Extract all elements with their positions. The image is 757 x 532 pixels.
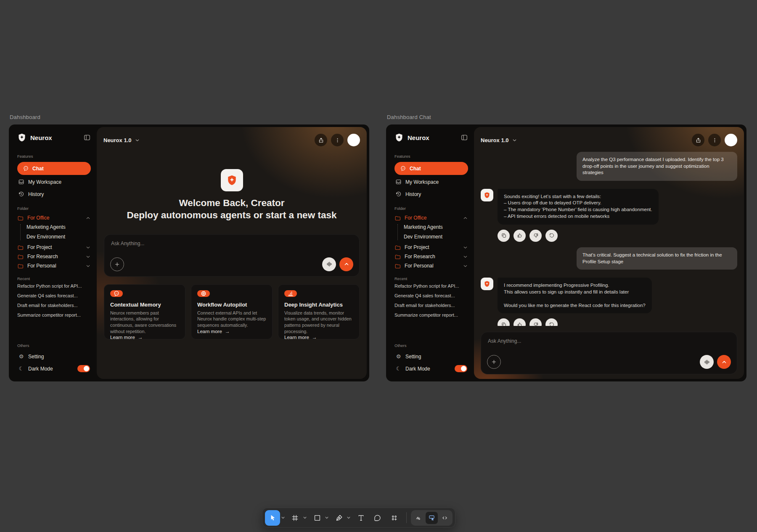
attach-button[interactable] <box>110 257 124 271</box>
recent-item[interactable]: Summarize competitor report... <box>394 312 468 318</box>
voice-input-button[interactable] <box>700 355 714 369</box>
thumbs-up-button[interactable] <box>513 318 526 326</box>
frame-dashboard-chat[interactable]: Neurox Features Chat My Workspace Histor… <box>386 124 746 381</box>
sidebar-folder-for-project[interactable]: For Project <box>394 243 468 252</box>
sidebar-folder-for-research[interactable]: For Research <box>394 252 468 261</box>
recent-item[interactable]: Draft email for stakeholders... <box>394 303 468 308</box>
sidebar-folder-for-personal[interactable]: For Personal <box>394 261 468 270</box>
share-button[interactable] <box>692 134 704 146</box>
sidebar-subitem-dev-environment[interactable]: Dev Environment <box>404 234 447 241</box>
sidebar-item-chat[interactable]: Chat <box>394 162 468 175</box>
sidebar-folder-for-office[interactable]: For Office <box>394 213 468 222</box>
sidebar-collapse-icon[interactable] <box>83 134 91 141</box>
sidebar-collapse-icon[interactable] <box>461 134 468 141</box>
model-selector[interactable]: Neurox 1.0 <box>481 137 517 143</box>
rectangle-tool-button[interactable] <box>310 511 324 525</box>
card-workflow-autopilot[interactable]: Workflow Autopilot Connect external APIs… <box>191 284 273 339</box>
regenerate-icon <box>549 322 555 326</box>
sidebar-item-history[interactable]: History <box>394 188 468 200</box>
learn-more-link[interactable]: Learn more→ <box>284 334 353 340</box>
recent-item[interactable]: Generate Q4 sales forecast... <box>17 293 91 298</box>
recent-item[interactable]: Summarize competitor report... <box>17 312 91 318</box>
recent-item[interactable]: Refactor Python script for API... <box>394 283 468 288</box>
code-mode-button[interactable] <box>439 512 451 524</box>
recent-item[interactable]: Refactor Python script for API... <box>17 283 91 288</box>
sidebar-item-my-workspace[interactable]: My Workspace <box>17 176 91 188</box>
text-tool-button[interactable] <box>354 511 368 525</box>
dark-mode-toggle[interactable] <box>455 365 467 372</box>
assistant-bubble: I recommend implementing Progressive Pro… <box>498 278 652 313</box>
prompt-input[interactable] <box>488 338 730 354</box>
sidebar-subitem-marketing-agents[interactable]: Marketing Agents <box>26 224 70 231</box>
sidebar-folder-for-research[interactable]: For Research <box>17 252 91 261</box>
sidebar-folder-for-personal[interactable]: For Personal <box>17 261 91 270</box>
user-avatar[interactable] <box>347 134 360 146</box>
prompt-input[interactable] <box>111 240 352 256</box>
move-tool-chevron[interactable] <box>280 513 286 522</box>
rectangle-tool-chevron[interactable] <box>324 513 330 522</box>
recent-item[interactable]: Draft email for stakeholders... <box>17 303 91 308</box>
voice-input-button[interactable] <box>322 257 336 271</box>
send-button[interactable] <box>339 257 353 271</box>
thumbs-up-button[interactable] <box>513 230 526 242</box>
card-contextual-memory[interactable]: Contextual Memory Neurox remembers past … <box>104 284 185 339</box>
sidebar-item-history[interactable]: History <box>17 188 91 200</box>
frame-tool-chevron[interactable] <box>302 513 308 522</box>
move-tool-button[interactable] <box>265 510 280 526</box>
dark-mode-toggle[interactable] <box>77 365 90 372</box>
regenerate-button[interactable] <box>545 318 558 326</box>
sidebar-subitem-marketing-agents[interactable]: Marketing Agents <box>404 224 447 231</box>
more-options-button[interactable] <box>331 134 344 146</box>
copy-button[interactable] <box>498 230 510 242</box>
chevron-down-icon <box>463 263 468 269</box>
arrow-right-icon: → <box>312 334 317 340</box>
toolbar-divider <box>406 512 407 523</box>
sidebar-item-label: History <box>405 191 421 197</box>
panel-header: Neurox 1.0 <box>474 127 744 146</box>
sidebar-item-dark-mode[interactable]: ☾ Dark Mode <box>394 363 468 375</box>
model-selector[interactable]: Neurox 1.0 <box>103 137 140 143</box>
thumbs-down-button[interactable] <box>529 230 542 242</box>
sidebar-item-chat[interactable]: Chat <box>17 162 91 175</box>
chevron-down-icon <box>135 138 140 143</box>
thumbs-down-icon <box>533 322 539 326</box>
frame-dashboard[interactable]: Neurox Features Chat My Workspace Histor… <box>9 124 369 381</box>
bar-chart-icon <box>284 290 297 297</box>
pen-tool-button[interactable] <box>332 511 346 525</box>
folder-children: Marketing Agents Dev Environment <box>397 224 468 240</box>
learn-more-link[interactable]: Learn more→ <box>110 334 179 340</box>
card-deep-insight-analytics[interactable]: Deep Insight Analytics Visualize data tr… <box>278 284 360 339</box>
attach-button[interactable] <box>487 355 501 369</box>
recent-item[interactable]: Generate Q4 sales forecast... <box>394 293 468 298</box>
sidebar-folder-for-office[interactable]: For Office <box>17 213 91 222</box>
pen-tool-chevron[interactable] <box>346 513 352 522</box>
thumbs-down-button[interactable] <box>529 318 542 326</box>
sidebar-item-setting[interactable]: ⚙ Setting <box>394 350 468 363</box>
comment-tool-button[interactable] <box>371 511 384 525</box>
regenerate-button[interactable] <box>545 230 558 242</box>
send-button[interactable] <box>717 355 731 369</box>
sidebar-folder-for-project[interactable]: For Project <box>17 243 91 252</box>
toggle-knob <box>84 366 89 371</box>
chevron-up-icon <box>721 359 728 365</box>
learn-more-link[interactable]: Learn more→ <box>197 328 266 334</box>
share-button[interactable] <box>315 134 327 146</box>
sidebar-item-setting[interactable]: ⚙ Setting <box>17 350 91 363</box>
frame-label-dashboard-chat[interactable]: Dahshboard Chat <box>387 114 431 120</box>
frame-tool-button[interactable] <box>288 511 302 525</box>
copy-button[interactable] <box>498 318 510 326</box>
dev-inspect-mode-button[interactable] <box>426 512 438 524</box>
folder-icon <box>17 263 24 269</box>
card-description: Visualize data trends, monitor token usa… <box>284 310 353 335</box>
actions-tool-button[interactable] <box>387 511 401 525</box>
user-avatar[interactable] <box>725 134 737 146</box>
more-options-button[interactable] <box>708 134 721 146</box>
sidebar-subitem-dev-environment[interactable]: Dev Environment <box>26 234 70 241</box>
sidebar-item-my-workspace[interactable]: My Workspace <box>394 176 468 188</box>
moon-icon: ☾ <box>395 366 402 371</box>
neurox-logo-icon <box>17 133 26 142</box>
draw-mode-button[interactable] <box>413 512 425 524</box>
sidebar-item-dark-mode[interactable]: ☾ Dark Mode <box>17 363 91 375</box>
frame-label-dashboard[interactable]: Dahshboard <box>10 114 40 120</box>
chevron-down-icon <box>281 516 285 519</box>
